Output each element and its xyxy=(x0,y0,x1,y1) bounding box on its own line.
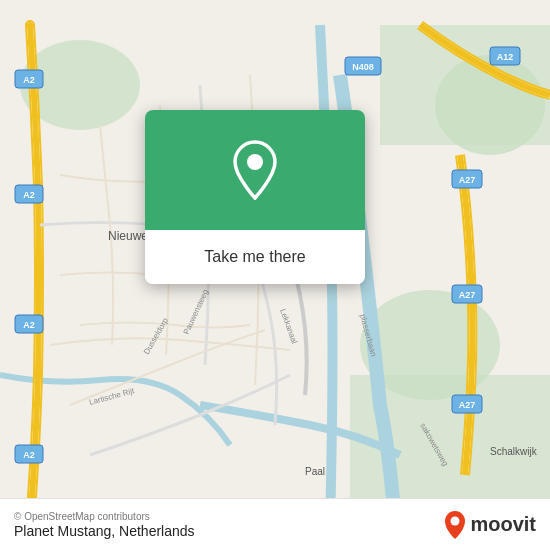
moovit-logo: moovit xyxy=(444,510,536,540)
moovit-text: moovit xyxy=(470,513,536,536)
svg-text:A27: A27 xyxy=(459,175,476,185)
svg-text:A2: A2 xyxy=(23,190,35,200)
svg-text:A2: A2 xyxy=(23,450,35,460)
svg-text:A2: A2 xyxy=(23,75,35,85)
map-container: A2 A2 A2 A2 A27 A27 A27 A12 N408 xyxy=(0,0,550,550)
popup-header xyxy=(145,110,365,230)
svg-text:A27: A27 xyxy=(459,400,476,410)
location-pin-icon xyxy=(232,140,278,200)
svg-text:Paal: Paal xyxy=(305,466,325,477)
take-me-there-button[interactable]: Take me there xyxy=(161,244,349,270)
svg-point-34 xyxy=(451,516,460,525)
svg-text:A27: A27 xyxy=(459,290,476,300)
osm-attribution: © OpenStreetMap contributors xyxy=(14,511,195,522)
svg-point-33 xyxy=(247,154,263,170)
popup-card: Take me there xyxy=(145,110,365,284)
svg-text:A2: A2 xyxy=(23,320,35,330)
bottom-bar: © OpenStreetMap contributors Planet Must… xyxy=(0,498,550,550)
popup-button-area: Take me there xyxy=(145,230,365,284)
svg-text:N408: N408 xyxy=(352,62,374,72)
location-name: Planet Mustang, Netherlands xyxy=(14,523,195,539)
moovit-pin-icon xyxy=(444,510,466,540)
bottom-left: © OpenStreetMap contributors Planet Must… xyxy=(14,511,195,539)
svg-text:Schalkwijk: Schalkwijk xyxy=(490,446,538,457)
svg-text:A12: A12 xyxy=(497,52,514,62)
